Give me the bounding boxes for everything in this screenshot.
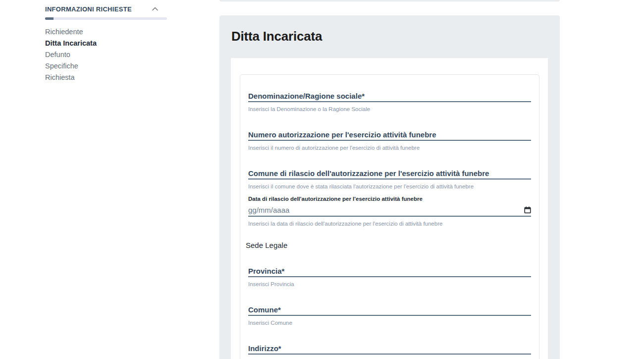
sidebar-item-ditta-incaricata[interactable]: Ditta Incaricata	[45, 38, 167, 49]
field-helper-denominazione: Inserisci la Denominazione o la Ragione …	[248, 106, 531, 113]
field-label-indirizzo: Indirizzo*	[248, 344, 531, 354]
field-label-data-rilascio: Data di rilascio dell'autorizzazione per…	[248, 195, 531, 202]
data-rilascio-input[interactable]	[248, 206, 520, 214]
provincia-input[interactable]	[248, 276, 531, 277]
sidebar-collapse-header[interactable]: INFORMAZIONI RICHIESTE	[45, 5, 167, 13]
field-group-comune-rilascio: Comune di rilascio dell'autorizzazione p…	[248, 169, 531, 190]
progress-bar	[45, 17, 167, 20]
previous-card-bottom-edge	[219, 0, 560, 1]
sidebar-item-defunto[interactable]: Defunto	[45, 49, 167, 60]
field-helper-comune: Inserisci Comune	[248, 319, 531, 327]
field-group-provincia: Provincia* Inserisci Provincia	[248, 266, 531, 288]
field-helper-provincia: Inserisci Provincia	[248, 281, 531, 288]
numero-autorizzazione-input[interactable]	[248, 140, 531, 141]
field-label-comune-rilascio: Comune di rilascio dell'autorizzazione p…	[248, 169, 531, 179]
calendar-icon[interactable]	[520, 206, 531, 214]
indirizzo-input[interactable]	[248, 354, 531, 355]
sidebar-item-specifiche[interactable]: Specifiche	[45, 60, 167, 72]
field-label-provincia: Provincia*	[248, 266, 531, 276]
steps-nav: Richiedente Ditta Incaricata Defunto Spe…	[45, 26, 167, 83]
field-group-indirizzo: Indirizzo*	[248, 344, 531, 359]
comune-input[interactable]	[248, 315, 531, 316]
form-panel: Denominazione/Ragione sociale* Inserisci…	[231, 58, 548, 359]
field-group-comune: Comune* Inserisci Comune	[248, 305, 531, 327]
form-fieldset: Denominazione/Ragione sociale* Inserisci…	[240, 74, 539, 359]
field-label-numero-autorizzazione: Numero autorizzazione per l'esercizio at…	[248, 130, 531, 140]
section-title: Ditta Incaricata	[231, 29, 322, 44]
field-helper-comune-rilascio: Inserisci il comune dove è stata rilasci…	[248, 183, 531, 190]
chevron-up-icon[interactable]	[152, 7, 167, 11]
field-label-denominazione: Denominazione/Ragione sociale*	[248, 91, 531, 101]
denominazione-input[interactable]	[248, 101, 531, 102]
section-card-ditta-incaricata: Ditta Incaricata Denominazione/Ragione s…	[219, 15, 560, 359]
sidebar-item-richiesta[interactable]: Richiesta	[45, 72, 167, 83]
field-group-data-rilascio: Data di rilascio dell'autorizzazione per…	[248, 195, 531, 228]
sidebar-title: INFORMAZIONI RICHIESTE	[45, 5, 132, 13]
sidebar-item-richiedente[interactable]: Richiedente	[45, 26, 167, 38]
field-helper-numero-autorizzazione: Inserisci il numero di autorizzazione pe…	[248, 144, 531, 152]
field-helper-data-rilascio: Inserisci la data di rilascio dell'autor…	[248, 220, 531, 228]
subsection-heading-sede-legale: Sede Legale	[246, 240, 531, 250]
field-label-comune: Comune*	[248, 305, 531, 315]
date-input-wrapper	[248, 204, 531, 217]
field-group-denominazione: Denominazione/Ragione sociale* Inserisci…	[248, 91, 531, 113]
progress-fill	[45, 17, 54, 20]
field-group-numero-autorizzazione: Numero autorizzazione per l'esercizio at…	[248, 130, 531, 152]
steps-sidebar: INFORMAZIONI RICHIESTE Richiedente Ditta…	[45, 5, 167, 83]
comune-rilascio-input[interactable]	[248, 179, 531, 180]
